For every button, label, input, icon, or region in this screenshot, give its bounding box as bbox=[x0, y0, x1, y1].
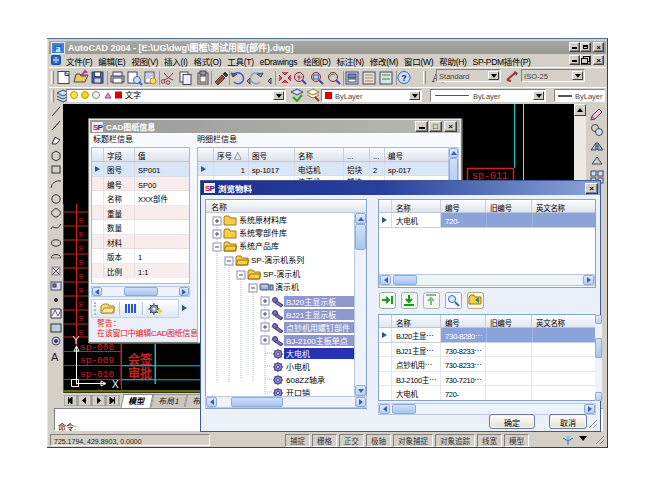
svg-text:sp-010: sp-010 bbox=[80, 369, 115, 380]
svg-text:s: s bbox=[78, 272, 83, 282]
svg-text:s: s bbox=[78, 230, 83, 240]
svg-text:a: a bbox=[56, 43, 61, 54]
svg-text:P: P bbox=[210, 184, 216, 193]
svg-text:A: A bbox=[51, 351, 59, 363]
svg-text:P: P bbox=[98, 123, 104, 132]
svg-text:大电机: 大电机 bbox=[286, 348, 310, 359]
svg-text:BJ-2100主板单点: BJ-2100主板单点 bbox=[286, 335, 348, 346]
svg-text:BJ21主显示板: BJ21主显示板 bbox=[286, 309, 336, 320]
svg-text:演示机: 演示机 bbox=[275, 281, 299, 292]
svg-text:系统零部件库: 系统零部件库 bbox=[239, 227, 287, 238]
svg-text:系统原材料库: 系统原材料库 bbox=[239, 214, 287, 225]
svg-text:s: s bbox=[78, 258, 83, 268]
svg-text:点钞机用螺钉部件: 点钞机用螺钉部件 bbox=[286, 322, 350, 333]
svg-text:审批: 审批 bbox=[128, 364, 152, 381]
svg-text:文字: 文字 bbox=[125, 90, 141, 100]
svg-text:s: s bbox=[78, 216, 83, 226]
svg-text:BJ20主显示板: BJ20主显示板 bbox=[286, 296, 336, 307]
svg-text:X: X bbox=[112, 379, 119, 390]
svg-text:小电机: 小电机 bbox=[286, 361, 310, 372]
svg-text:sp-009: sp-009 bbox=[80, 355, 115, 366]
svg-text:s: s bbox=[78, 300, 83, 310]
svg-text:?: ? bbox=[401, 73, 407, 83]
svg-text:608ZZ轴承: 608ZZ轴承 bbox=[286, 374, 325, 385]
svg-text:SP-演示机系列: SP-演示机系列 bbox=[251, 254, 304, 265]
svg-text:sp-008: sp-008 bbox=[80, 342, 115, 353]
svg-text:系统产品库: 系统产品库 bbox=[239, 240, 279, 251]
svg-text:s: s bbox=[78, 314, 83, 324]
svg-text:SP-演示机: SP-演示机 bbox=[263, 268, 300, 279]
svg-text:s: s bbox=[78, 244, 83, 254]
svg-text:s: s bbox=[78, 286, 83, 296]
